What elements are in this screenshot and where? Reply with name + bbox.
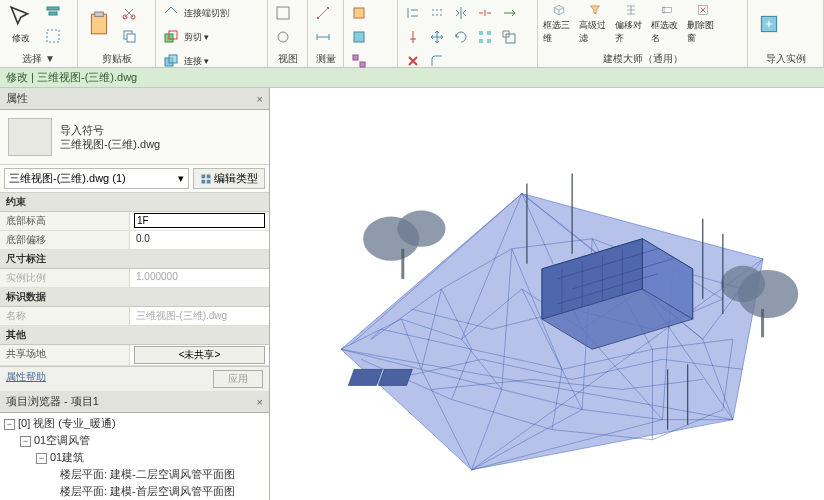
close-icon[interactable]: × <box>257 93 263 105</box>
svg-rect-18 <box>360 62 365 67</box>
svg-rect-20 <box>479 31 483 35</box>
type-selector[interactable]: 导入符号 三维视图-(三维).dwg <box>0 110 269 165</box>
svg-rect-8 <box>127 34 135 42</box>
context-text: 修改 | 三维视图-(三维).dwg <box>6 70 137 85</box>
svg-rect-39 <box>401 249 404 279</box>
advfilter-button[interactable]: 高级过滤 <box>578 2 612 46</box>
create-2-icon[interactable] <box>348 26 370 48</box>
svg-rect-49 <box>348 369 382 385</box>
browser-header[interactable]: 项目浏览器 - 项目1 × <box>0 391 269 413</box>
close-icon[interactable]: × <box>257 396 263 408</box>
ribbon-toolbar: 修改 选择 ▼ 剪贴板 连接端切割 剪切▾ 连接▾ 几何图形 <box>0 0 824 68</box>
svg-point-38 <box>397 211 445 247</box>
instance-dropdown[interactable]: 三维视图-(三维).dwg (1)▾ <box>4 168 189 189</box>
create-1-icon[interactable] <box>348 2 370 24</box>
svg-rect-23 <box>487 39 491 43</box>
mod-pin-icon[interactable] <box>402 26 424 48</box>
join-end-icon[interactable] <box>160 2 182 24</box>
tree-item-floorplan[interactable]: 楼层平面: 建模-二层空调风管平面图 <box>60 468 235 480</box>
ribbon-group-label: 视图 <box>272 51 303 67</box>
svg-rect-30 <box>207 174 211 178</box>
mod-split-icon[interactable] <box>474 2 496 24</box>
prop-category[interactable]: 其他 <box>0 326 269 345</box>
svg-rect-17 <box>353 55 358 60</box>
ribbon-group-label[interactable]: 选择 ▼ <box>4 51 73 67</box>
svg-rect-16 <box>354 32 364 42</box>
properties-help-link[interactable]: 属性帮助 <box>6 370 46 388</box>
svg-point-41 <box>721 266 765 302</box>
properties-header[interactable]: 属性 × <box>0 88 269 110</box>
modify-button[interactable]: 修改 <box>4 2 38 46</box>
svg-rect-15 <box>354 8 364 18</box>
svg-rect-13 <box>277 7 289 19</box>
name-value: 三维视图-(三维).dwg <box>134 308 229 324</box>
rename-button[interactable]: 框选改名 <box>650 2 684 46</box>
svg-rect-26 <box>662 8 671 13</box>
svg-rect-32 <box>207 179 211 183</box>
svg-rect-50 <box>378 369 412 385</box>
ribbon-group-label: 剪贴板 <box>82 51 151 67</box>
scale-value: 1.000000 <box>134 270 180 283</box>
tree-item-views[interactable]: [0] 视图 (专业_暖通) <box>18 417 116 429</box>
svg-rect-31 <box>202 179 206 183</box>
filter-icon[interactable] <box>42 2 64 24</box>
svg-rect-21 <box>487 31 491 35</box>
cut-icon[interactable] <box>118 2 140 24</box>
apply-button[interactable]: 应用 <box>213 370 263 388</box>
paste-button[interactable] <box>82 2 116 46</box>
tree-toggle[interactable]: − <box>36 453 47 464</box>
import-instance-icon[interactable] <box>752 2 786 46</box>
svg-point-14 <box>278 32 288 42</box>
project-browser-tree[interactable]: −[0] 视图 (专业_暖通) −01空调风管 −01建筑 楼层平面: 建模-二… <box>0 413 269 500</box>
svg-rect-25 <box>506 34 515 43</box>
mod-offset-icon[interactable] <box>426 2 448 24</box>
view-icon-1[interactable] <box>272 2 294 24</box>
mod-rotate-icon[interactable] <box>450 26 472 48</box>
ribbon-group-label: 导入实例 <box>752 51 819 67</box>
tree-item[interactable]: 01空调风管 <box>34 434 90 446</box>
tree-toggle[interactable]: − <box>20 436 31 447</box>
delwindow-button[interactable]: 删除图窗 <box>686 2 720 46</box>
edit-type-button[interactable]: 编辑类型 <box>193 168 265 189</box>
svg-rect-22 <box>479 39 483 43</box>
left-panel: 属性 × 导入符号 三维视图-(三维).dwg 三维视图-(三维).dwg (1… <box>0 88 270 500</box>
svg-rect-29 <box>202 174 206 178</box>
mod-array-icon[interactable] <box>474 26 496 48</box>
select-box-icon[interactable] <box>42 25 64 47</box>
mod-move-icon[interactable] <box>426 26 448 48</box>
mod-scale-icon[interactable] <box>498 26 520 48</box>
prop-category[interactable]: 约束 <box>0 193 269 212</box>
sel3d-button[interactable]: 框选三维 <box>542 2 576 46</box>
tree-item-floorplan[interactable]: 楼层平面: 建模-首层空调风管平面图 <box>60 485 235 497</box>
svg-rect-12 <box>169 55 177 63</box>
svg-rect-3 <box>91 14 106 34</box>
dimension-icon[interactable] <box>312 26 334 48</box>
prop-category[interactable]: 标识数据 <box>0 288 269 307</box>
ribbon-group-label: 测量 <box>312 51 339 67</box>
prop-category[interactable]: 尺寸标注 <box>0 250 269 269</box>
context-bar: 修改 | 三维视图-(三维).dwg <box>0 68 824 88</box>
3d-viewport[interactable] <box>270 88 824 500</box>
svg-rect-4 <box>95 12 104 16</box>
svg-rect-42 <box>761 309 764 337</box>
view-icon-2[interactable] <box>272 26 294 48</box>
ribbon-group-label: 建模大师（通用） <box>542 51 743 67</box>
base-level-input[interactable] <box>134 213 265 228</box>
properties-table: 约束 底部标高 底部偏移 0.0 尺寸标注 实例比例 1.000000 标识数据… <box>0 193 269 366</box>
mod-mirror-icon[interactable] <box>450 2 472 24</box>
svg-rect-2 <box>47 30 59 42</box>
type-thumbnail <box>8 118 52 156</box>
tree-item[interactable]: 01建筑 <box>50 451 84 463</box>
shared-site-button[interactable]: <未共享> <box>134 346 265 364</box>
tree-toggle[interactable]: − <box>4 419 15 430</box>
measure-icon[interactable] <box>312 2 334 24</box>
mod-trim-icon[interactable] <box>498 2 520 24</box>
offsetalign-button[interactable]: 偏移对齐 <box>614 2 648 46</box>
svg-rect-0 <box>47 7 59 10</box>
base-offset-value[interactable]: 0.0 <box>134 232 152 245</box>
copy-icon[interactable] <box>118 25 140 47</box>
svg-rect-1 <box>49 12 57 15</box>
mod-align-icon[interactable] <box>402 2 424 24</box>
geom-cut-icon[interactable] <box>160 26 182 48</box>
